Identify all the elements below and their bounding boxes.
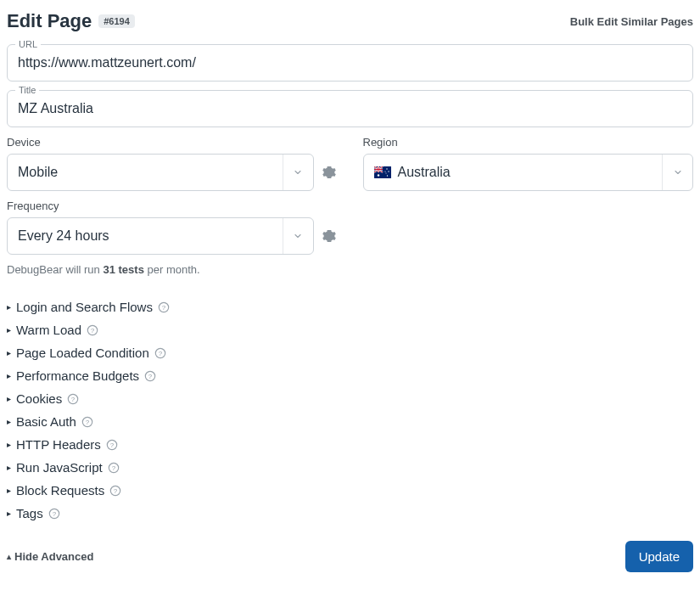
svg-text:?: ? xyxy=(71,395,76,402)
svg-point-6 xyxy=(386,168,387,169)
region-select[interactable]: Australia xyxy=(363,154,694,191)
device-label: Device xyxy=(7,136,338,149)
info-suffix: per month. xyxy=(144,263,200,276)
caret-right-icon: ▸ xyxy=(7,440,11,449)
page-title: Edit Page xyxy=(7,10,92,32)
section-label: Block Requests xyxy=(16,483,104,498)
section-label: Login and Search Flows xyxy=(16,300,153,314)
australia-flag-icon xyxy=(374,166,391,178)
svg-text:?: ? xyxy=(159,349,163,357)
frequency-select[interactable]: Every 24 hours xyxy=(7,217,314,255)
svg-text:?: ? xyxy=(148,372,153,380)
svg-point-10 xyxy=(384,171,385,171)
caret-right-icon: ▸ xyxy=(7,486,11,495)
svg-text:?: ? xyxy=(53,509,57,517)
tests-per-month-info: DebugBear will run 31 tests per month. xyxy=(7,263,693,276)
chevron-down-icon xyxy=(283,218,313,254)
svg-text:?: ? xyxy=(114,486,118,494)
hide-advanced-toggle[interactable]: ▴ Hide Advanced xyxy=(7,550,93,563)
update-button[interactable]: Update xyxy=(625,541,693,572)
header-left: Edit Page #6194 xyxy=(7,10,135,32)
svg-text:?: ? xyxy=(162,303,166,311)
device-region-row: Device Mobile Region xyxy=(7,136,693,191)
section-block-requests[interactable]: ▸ Block Requests ? xyxy=(7,483,693,498)
region-label: Region xyxy=(363,136,694,149)
help-icon[interactable]: ? xyxy=(108,462,120,474)
title-input[interactable] xyxy=(7,90,693,127)
section-run-javascript[interactable]: ▸ Run JavaScript ? xyxy=(7,460,693,475)
help-icon[interactable]: ? xyxy=(158,301,170,313)
svg-point-5 xyxy=(377,174,378,176)
url-input[interactable] xyxy=(7,44,693,82)
section-performance-budgets[interactable]: ▸ Performance Budgets ? xyxy=(7,368,693,383)
svg-text:?: ? xyxy=(91,326,95,334)
page-id-badge: #6194 xyxy=(98,14,135,28)
caret-right-icon: ▸ xyxy=(7,371,11,380)
help-icon[interactable]: ? xyxy=(106,439,118,451)
gear-icon xyxy=(322,229,336,243)
device-value: Mobile xyxy=(8,165,68,180)
help-icon[interactable]: ? xyxy=(48,508,60,520)
caret-right-icon: ▸ xyxy=(7,417,11,426)
device-select-row: Mobile xyxy=(7,154,338,191)
section-label: Performance Budgets xyxy=(16,368,139,383)
caret-right-icon: ▸ xyxy=(7,394,11,403)
section-label: Page Loaded Condition xyxy=(16,346,149,360)
svg-point-7 xyxy=(388,171,389,171)
svg-text:?: ? xyxy=(112,464,116,471)
device-select[interactable]: Mobile xyxy=(7,154,314,191)
gear-icon xyxy=(322,166,336,179)
title-label: Title xyxy=(15,85,39,95)
section-page-loaded-condition[interactable]: ▸ Page Loaded Condition ? xyxy=(7,346,693,360)
section-label: Run JavaScript xyxy=(16,460,103,475)
frequency-select-row: Every 24 hours xyxy=(7,217,338,255)
caret-right-icon: ▸ xyxy=(7,463,11,472)
device-settings-button[interactable] xyxy=(321,164,338,181)
section-label: Basic Auth xyxy=(16,414,76,429)
title-field-wrapper: Title xyxy=(7,90,693,127)
region-col: Region xyxy=(363,136,694,191)
help-icon[interactable]: ? xyxy=(81,416,93,428)
svg-rect-4 xyxy=(374,169,383,170)
section-label: Tags xyxy=(16,506,43,520)
section-label: Cookies xyxy=(16,391,62,406)
chevron-down-icon xyxy=(662,155,692,190)
page-header: Edit Page #6194 Bulk Edit Similar Pages xyxy=(7,10,693,32)
form-footer: ▴ Hide Advanced Update xyxy=(7,541,693,572)
caret-right-icon: ▸ xyxy=(7,302,11,312)
help-icon[interactable]: ? xyxy=(67,393,79,405)
section-http-headers[interactable]: ▸ HTTP Headers ? xyxy=(7,437,693,452)
chevron-down-icon xyxy=(283,155,313,190)
frequency-row: Frequency Every 24 hours xyxy=(7,200,693,255)
info-count: 31 tests xyxy=(103,263,143,276)
url-field-wrapper: URL xyxy=(7,44,693,82)
section-label: HTTP Headers xyxy=(16,437,101,452)
frequency-col: Frequency Every 24 hours xyxy=(7,200,338,255)
caret-right-icon: ▸ xyxy=(7,509,11,518)
section-label: Warm Load xyxy=(16,323,81,337)
section-warm-load[interactable]: ▸ Warm Load ? xyxy=(7,323,693,337)
svg-point-8 xyxy=(385,173,386,174)
url-label: URL xyxy=(15,39,41,49)
device-col: Device Mobile xyxy=(7,136,338,191)
help-icon[interactable]: ? xyxy=(154,347,166,359)
svg-text:?: ? xyxy=(86,418,90,425)
caret-right-icon: ▸ xyxy=(7,348,11,357)
frequency-settings-button[interactable] xyxy=(321,228,338,245)
svg-text:?: ? xyxy=(110,441,115,448)
section-tags[interactable]: ▸ Tags ? xyxy=(7,506,693,520)
region-value: Australia xyxy=(364,165,461,180)
help-icon[interactable]: ? xyxy=(144,370,156,382)
bulk-edit-link[interactable]: Bulk Edit Similar Pages xyxy=(570,15,693,28)
section-basic-auth[interactable]: ▸ Basic Auth ? xyxy=(7,414,693,429)
help-icon[interactable]: ? xyxy=(87,324,98,336)
section-login-search-flows[interactable]: ▸ Login and Search Flows ? xyxy=(7,300,693,314)
section-cookies[interactable]: ▸ Cookies ? xyxy=(7,391,693,406)
frequency-value: Every 24 hours xyxy=(8,228,120,244)
caret-up-icon: ▴ xyxy=(7,552,11,561)
help-icon[interactable]: ? xyxy=(109,485,121,497)
svg-point-9 xyxy=(386,175,387,176)
region-value-text: Australia xyxy=(398,165,451,180)
frequency-spacer xyxy=(363,200,694,255)
caret-right-icon: ▸ xyxy=(7,325,11,335)
